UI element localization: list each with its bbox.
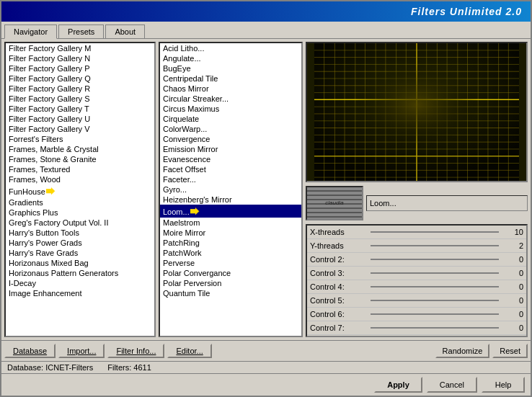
control-slider[interactable] (371, 295, 499, 305)
filter-category-list[interactable]: Filter Factory Gallery MFilter Factory G… (6, 43, 154, 336)
action-bar-right: Randomize Reset (435, 344, 528, 358)
list-item[interactable]: Filter Factory Gallery P (6, 63, 154, 73)
filter-option-item[interactable]: PatchWork (160, 248, 301, 258)
filter-name-display: Loom... (366, 195, 528, 211)
filter-option-item[interactable]: Quantum Tile (160, 288, 301, 298)
action-bar: Database Import... Filter Info... Editor… (1, 340, 531, 361)
control-slider[interactable] (371, 282, 499, 292)
control-row: X-threads10 (307, 226, 526, 239)
list-item[interactable]: FunHouse 🡆 (6, 184, 154, 197)
filter-info-button[interactable]: Filter Info... (107, 344, 164, 358)
controls-area: X-threads10Y-threads2Control 2:0Control … (306, 224, 528, 337)
status-database: Database: ICNET-Filters (7, 363, 93, 372)
control-slider[interactable] (371, 227, 499, 237)
filter-option-item[interactable]: Angulate... (160, 53, 301, 63)
list-item[interactable]: Frames, Textured (6, 164, 154, 174)
filter-option-item[interactable]: BugEye (160, 63, 301, 73)
thumbnail-inner: claudia (307, 187, 362, 219)
control-row: Control 7:0 (307, 321, 526, 335)
filter-option-item[interactable]: Chaos Mirror (160, 84, 301, 94)
filter-option-item[interactable]: Polar Convergance (160, 268, 301, 278)
control-label: Control 3: (310, 269, 368, 277)
control-value: 2 (502, 241, 523, 250)
svg-text:claudia: claudia (325, 200, 344, 206)
control-row: Y-threads2 (307, 239, 526, 253)
filter-option-item[interactable]: Maelstrom (160, 218, 301, 228)
cancel-button[interactable]: Cancel (427, 377, 477, 393)
list-item[interactable]: Harry's Button Tools (6, 228, 154, 238)
filter-option-item[interactable]: ColorWarp... (160, 124, 301, 134)
middle-panel: Acid Litho...Angulate...BugEyeCentripeda… (159, 42, 303, 337)
help-button[interactable]: Help (482, 377, 525, 393)
list-item[interactable]: Gradients (6, 197, 154, 208)
control-label: Control 2: (310, 255, 368, 264)
list-item[interactable]: Filter Factory Gallery S (6, 94, 154, 104)
svg-rect-45 (314, 43, 519, 181)
control-slider[interactable] (371, 309, 499, 319)
filter-option-item[interactable]: PatchRing (160, 238, 301, 248)
list-item[interactable]: Frames, Marble & Crystal (6, 144, 154, 154)
list-item[interactable]: Filter Factory Gallery R (6, 84, 154, 94)
control-label: Control 6: (310, 310, 368, 318)
import-button[interactable]: Import... (58, 344, 105, 358)
list-item[interactable]: Frames, Wood (6, 174, 154, 184)
list-item[interactable]: Filter Factory Gallery V (6, 124, 154, 134)
status-bar: Database: ICNET-Filters Filters: 4611 (1, 361, 531, 373)
apply-button[interactable]: Apply (374, 377, 422, 393)
control-label: X-threads (310, 228, 368, 236)
filter-option-item[interactable]: Gyro... (160, 184, 301, 195)
list-item[interactable]: Filter Factory Gallery T (6, 104, 154, 114)
list-item[interactable]: Filter Factory Gallery U (6, 114, 154, 124)
control-value: 0 (502, 324, 523, 332)
list-item[interactable]: Filter Factory Gallery N (6, 53, 154, 63)
list-item[interactable]: Horizonaus Pattern Generators (6, 268, 154, 278)
content-area: Filter Factory Gallery MFilter Factory G… (1, 39, 531, 340)
left-panel: Filter Factory Gallery MFilter Factory G… (4, 42, 156, 337)
editor-button[interactable]: Editor... (167, 344, 211, 358)
filter-option-item[interactable]: Circus Maximus (160, 104, 301, 114)
control-row: Control 6:0 (307, 308, 526, 321)
control-slider[interactable] (371, 254, 499, 264)
tab-about[interactable]: About (105, 24, 145, 38)
filter-option-item[interactable]: Evanescence (160, 154, 301, 164)
filter-option-item[interactable]: Convergence (160, 134, 301, 144)
list-item[interactable]: Harry's Rave Grads (6, 248, 154, 258)
list-item[interactable]: Frames, Stone & Granite (6, 154, 154, 164)
filter-option-item[interactable]: Faceter... (160, 174, 301, 184)
control-slider[interactable] (371, 323, 499, 333)
filter-option-item[interactable]: Cirquelate (160, 114, 301, 124)
list-item[interactable]: Filter Factory Gallery Q (6, 73, 154, 84)
randomize-button[interactable]: Randomize (435, 344, 490, 358)
tab-presets[interactable]: Presets (58, 24, 104, 38)
control-value: 10 (502, 228, 523, 236)
filter-option-item[interactable]: Polar Perversion (160, 278, 301, 288)
filter-option-item[interactable]: Moire Mirror (160, 228, 301, 238)
filter-option-item[interactable]: Perverse (160, 258, 301, 268)
list-item[interactable]: Horizonaus Mixed Bag (6, 258, 154, 268)
list-item[interactable]: Forrest's Filters (6, 134, 154, 144)
control-label: Y-threads (310, 241, 368, 250)
filter-option-item[interactable]: Emission Mirror (160, 144, 301, 154)
filter-option-item[interactable]: Centripedal Tile (160, 73, 301, 84)
list-item[interactable]: I-Decay (6, 278, 154, 288)
filter-option-item[interactable]: Facet Offset (160, 164, 301, 174)
button-bar: Apply Cancel Help (1, 373, 531, 396)
filter-option-item[interactable]: Loom... 🡆 (160, 205, 301, 218)
filter-option-item[interactable]: Acid Litho... (160, 43, 301, 53)
filter-option-item[interactable]: Heizenberg's Mirror (160, 195, 301, 205)
control-row: Control 5:0 (307, 294, 526, 308)
list-item[interactable]: Image Enhancement (6, 288, 154, 298)
database-button[interactable]: Database (4, 344, 56, 358)
reset-button[interactable]: Reset (492, 344, 528, 358)
filter-options-list[interactable]: Acid Litho...Angulate...BugEyeCentripeda… (160, 43, 301, 336)
list-item[interactable]: Harry's Power Grads (6, 238, 154, 248)
control-slider[interactable] (371, 241, 499, 251)
list-item[interactable]: Graphics Plus (6, 208, 154, 218)
main-window: Filters Unlimited 2.0 Navigator Presets … (0, 0, 532, 397)
list-item[interactable]: Greg's Factory Output Vol. II (6, 218, 154, 228)
tab-navigator[interactable]: Navigator (4, 24, 57, 39)
filter-option-item[interactable]: Circular Streaker... (160, 94, 301, 104)
list-item[interactable]: Filter Factory Gallery M (6, 43, 154, 53)
title-bar-text: Filters Unlimited 2.0 (411, 6, 522, 17)
control-slider[interactable] (371, 268, 499, 278)
